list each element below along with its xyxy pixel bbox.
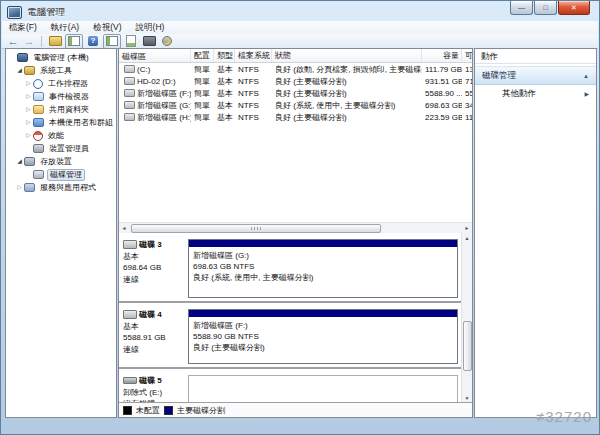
- volume-type: 基本: [214, 100, 235, 111]
- column-header-free[interactable]: 可用: [462, 49, 472, 62]
- expander-icon[interactable]: ▷: [24, 116, 33, 129]
- disk-management-icon: [33, 170, 44, 179]
- menu-action[interactable]: 執行(A): [44, 21, 86, 34]
- volume-fs: NTFS: [235, 113, 272, 122]
- volume-free: 344.: [462, 101, 472, 110]
- scrollbar-track[interactable]: [129, 223, 462, 233]
- volume-capacity: 111.79 GB: [422, 65, 462, 74]
- sidebar-item-local-users[interactable]: ▷ 本機使用者和群組: [6, 116, 116, 129]
- partition-size-fs: 698.63 GB NTFS: [193, 261, 453, 272]
- volume-capacity: 5588.90 ...: [422, 89, 462, 98]
- sidebar-item-shared-folders[interactable]: ▷ 共用資料夾: [6, 103, 116, 116]
- more-actions-item[interactable]: 其他動作 ▶: [475, 85, 596, 102]
- partition-box[interactable]: 新增磁碟區 (G:) 698.63 GB NTFS 良好 (系統, 使用中, 主…: [188, 239, 458, 298]
- sidebar-item-computer-management[interactable]: 電腦管理 (本機): [6, 51, 116, 64]
- sidebar-item-device-manager[interactable]: 裝置管理員: [6, 142, 116, 155]
- sidebar-item-task-scheduler[interactable]: ▷ 工作排程器: [6, 77, 116, 90]
- menu-file[interactable]: 檔案(F): [2, 21, 44, 34]
- column-header-filesystem[interactable]: 檔案系統: [235, 49, 272, 62]
- volume-status: 良好 (系統, 使用中, 主要磁碟分割): [272, 100, 422, 111]
- sidebar-item-disk-management[interactable]: 磁碟管理: [6, 168, 116, 181]
- menu-view[interactable]: 檢視(V): [86, 21, 128, 34]
- scroll-right-icon[interactable]: ►: [462, 223, 472, 233]
- partition-title: 新增磁碟區 (F:): [193, 320, 453, 331]
- title-bar[interactable]: 電腦管理 — □ ✕: [1, 1, 599, 21]
- show-console-tree-icon[interactable]: [65, 34, 83, 49]
- forward-icon[interactable]: →: [22, 35, 36, 47]
- sidebar-item-storage[interactable]: ◢ 存放裝置: [6, 155, 116, 168]
- table-row[interactable]: 新增磁碟區 (H:) 簡單 基本 NTFS 良好 (主要磁碟分割) 223.59…: [119, 111, 472, 123]
- sidebar-item-performance[interactable]: ▷ 效能: [6, 129, 116, 142]
- toolbar-separator: [41, 36, 42, 47]
- maximize-button[interactable]: □: [534, 1, 557, 15]
- close-button[interactable]: ✕: [558, 1, 590, 15]
- help-glyph: ?: [88, 36, 98, 46]
- volume-free: 71.3: [462, 77, 472, 86]
- expander-icon[interactable]: ◢: [15, 155, 24, 168]
- menu-help[interactable]: 說明(H): [129, 21, 172, 34]
- volume-type: 基本: [214, 88, 235, 99]
- sidebar-item-label: 存放裝置: [38, 156, 74, 168]
- table-row[interactable]: 新增磁碟區 (G:) 簡單 基本 NTFS 良好 (系統, 使用中, 主要磁碟分…: [119, 99, 472, 111]
- drive-icon: [124, 113, 135, 121]
- expander-icon[interactable]: ▷: [24, 90, 33, 103]
- sidebar-item-label: 磁碟管理: [47, 169, 85, 181]
- disk-label-box[interactable]: 磁碟 3 基本 698.64 GB 連線: [123, 239, 185, 298]
- show-action-pane-icon[interactable]: [103, 34, 121, 49]
- sidebar-item-services-apps[interactable]: ▷ 服務與應用程式: [6, 181, 116, 194]
- disk-label-box[interactable]: 磁碟 4 基本 5588.91 GB 連線: [123, 309, 185, 364]
- expander-icon[interactable]: ▷: [24, 129, 33, 142]
- storage-icon: [24, 157, 35, 166]
- volume-name: 新增磁碟區 (H:): [137, 112, 191, 123]
- sidebar-item-event-viewer[interactable]: ▷ 事件檢視器: [6, 90, 116, 103]
- volume-capacity: 698.63 GB: [422, 101, 462, 110]
- expander-icon[interactable]: ▷: [15, 181, 24, 194]
- column-header-capacity[interactable]: 容量: [422, 49, 462, 62]
- disk-label-box[interactable]: 磁碟 5 卸除式 (E:) 沒有媒體: [123, 375, 185, 403]
- scroll-up-icon[interactable]: ▲: [462, 233, 472, 243]
- column-header-status[interactable]: 狀態: [272, 49, 422, 62]
- column-header-layout[interactable]: 配置: [191, 49, 214, 62]
- disk-size: 5588.91 GB: [123, 332, 185, 344]
- export-list-icon[interactable]: [123, 35, 139, 48]
- expander-icon[interactable]: ▷: [24, 103, 33, 116]
- watermark-text: ≠32720: [536, 408, 592, 425]
- submenu-arrow-icon[interactable]: ▶: [584, 90, 589, 97]
- settings-gear-icon[interactable]: [159, 35, 175, 48]
- column-header-type[interactable]: 類型: [214, 49, 235, 62]
- table-row[interactable]: HD-02 (D:) 簡單 基本 NTFS 良好 (主要磁碟分割) 931.51…: [119, 75, 472, 87]
- volume-free: 13.7: [462, 65, 472, 74]
- actions-title: 動作: [475, 49, 596, 64]
- scrollbar-thumb[interactable]: [131, 224, 381, 233]
- vertical-scrollbar[interactable]: ▲ ▼: [461, 233, 472, 403]
- minimize-button[interactable]: —: [510, 1, 533, 15]
- volume-table-header: 磁碟區 配置 類型 檔案系統 狀態 容量 可用: [119, 49, 472, 63]
- sidebar-item-label: 事件檢視器: [47, 91, 91, 103]
- help-icon[interactable]: ?: [85, 35, 101, 48]
- briefcase-glyph: [143, 36, 156, 46]
- up-folder-icon[interactable]: [47, 35, 63, 48]
- expander-icon[interactable]: ◢: [15, 64, 24, 77]
- disk-icon: [123, 240, 137, 249]
- computer-management-window: 電腦管理 — □ ✕ 檔案(F) 執行(A) 檢視(V) 說明(H) ← → ?…: [0, 0, 600, 435]
- back-icon[interactable]: ←: [6, 35, 20, 47]
- volume-fs: NTFS: [235, 77, 272, 86]
- disk-rows: 磁碟 3 基本 698.64 GB 連線 新增磁碟區 (G:) 698.63 G…: [119, 233, 462, 403]
- volume-layout: 簡單: [191, 112, 214, 123]
- table-row[interactable]: (C:) 簡單 基本 NTFS 良好 (啟動, 分頁檔案, 損毀傾印, 主要磁碟…: [119, 63, 472, 75]
- empty-media-box[interactable]: [188, 375, 458, 403]
- properties-icon[interactable]: [141, 35, 157, 48]
- column-header-volume[interactable]: 磁碟區: [119, 49, 191, 62]
- scrollbar-thumb[interactable]: [463, 321, 472, 371]
- more-actions-label: 其他動作: [502, 88, 584, 100]
- actions-group-label: 磁碟管理: [482, 70, 583, 82]
- table-row[interactable]: 新增磁碟區 (F:) 簡單 基本 NTFS 良好 (主要磁碟分割) 5588.9…: [119, 87, 472, 99]
- actions-group-disk-management[interactable]: 磁碟管理 ▲: [475, 66, 596, 85]
- collapse-icon[interactable]: ▲: [583, 73, 589, 79]
- sidebar-item-system-tools[interactable]: ◢ 系統工具: [6, 64, 116, 77]
- window-title: 電腦管理: [27, 6, 65, 19]
- partition-box[interactable]: 新增磁碟區 (F:) 5588.90 GB NTFS 良好 (主要磁碟分割): [188, 309, 458, 364]
- horizontal-scrollbar[interactable]: ◄ ►: [119, 222, 472, 233]
- scroll-left-icon[interactable]: ◄: [119, 223, 129, 233]
- expander-icon[interactable]: ▷: [24, 77, 33, 90]
